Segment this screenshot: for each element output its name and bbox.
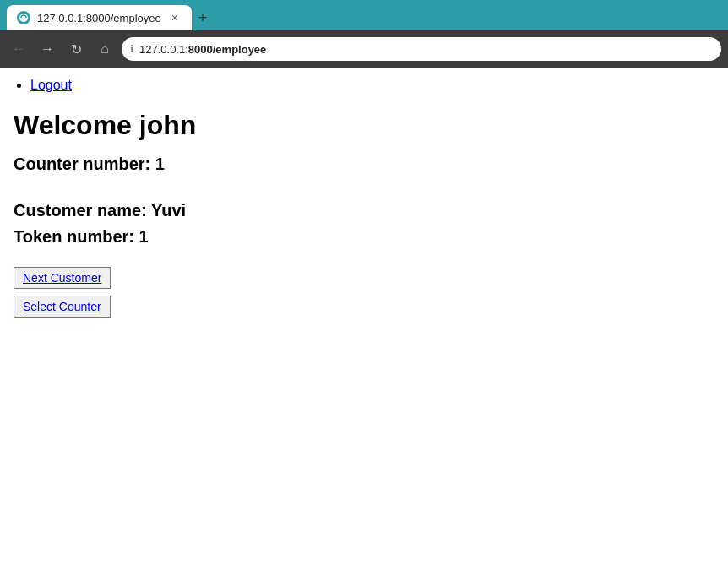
new-tab-button[interactable]: + (192, 9, 215, 27)
active-tab[interactable]: 127.0.0.1:8000/employee × (7, 5, 192, 30)
nav-list: Logout (14, 78, 714, 93)
select-counter-button[interactable]: Select Counter (14, 296, 111, 318)
page-content: Logout Welcome john Counter number: 1 Cu… (0, 68, 728, 581)
token-number: Token number: 1 (14, 227, 714, 247)
tab-close-button[interactable]: × (168, 11, 182, 24)
action-buttons: Next Customer Select Counter (14, 267, 714, 324)
tab-bar: 127.0.0.1:8000/employee × + (0, 0, 728, 30)
customer-name: Customer name: Yuvi (14, 201, 714, 220)
url-bar[interactable]: ℹ 127.0.0.1:8000/employee (122, 37, 721, 61)
page-title: Welcome john (14, 110, 714, 141)
tab-title: 127.0.0.1:8000/employee (37, 12, 161, 24)
forward-button[interactable]: → (35, 37, 59, 61)
back-button[interactable]: ← (7, 37, 30, 61)
next-customer-button[interactable]: Next Customer (14, 267, 111, 289)
nav-item-logout[interactable]: Logout (30, 78, 714, 93)
address-bar: ← → ↻ ⌂ ℹ 127.0.0.1:8000/employee (0, 30, 728, 68)
url-prefix: 127.0.0.1: (139, 43, 188, 56)
reload-button[interactable]: ↻ (64, 37, 88, 61)
url-suffix: 8000/employee (188, 43, 267, 56)
browser-window: 127.0.0.1:8000/employee × + ← → ↻ ⌂ ℹ 12… (0, 0, 728, 581)
counter-number: Counter number: 1 (14, 155, 714, 174)
tab-favicon (17, 11, 30, 24)
logout-link[interactable]: Logout (30, 78, 72, 92)
home-button[interactable]: ⌂ (93, 37, 117, 61)
info-icon: ℹ (130, 43, 134, 55)
url-text: 127.0.0.1:8000/employee (139, 43, 266, 56)
